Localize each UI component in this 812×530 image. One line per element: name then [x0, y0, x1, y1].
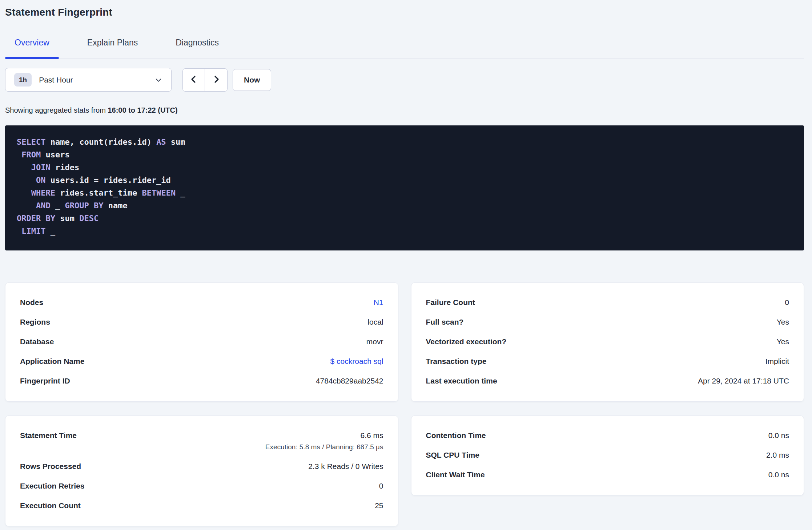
time-controls: 1h Past Hour Now [5, 68, 804, 92]
statement-fingerprint-page: Statement Fingerprint Overview Explain P… [0, 7, 812, 526]
row-label: Fingerprint ID [20, 377, 70, 385]
sql-keyword: JOIN [31, 163, 51, 172]
row-value-wrap: 25 [375, 501, 383, 510]
row-value-wrap: 4784cb829aab2542 [316, 377, 383, 385]
row-value: 6.6 ms [265, 431, 383, 440]
time-range-dropdown[interactable]: 1h Past Hour [5, 68, 172, 92]
row-label: Execution Count [20, 501, 81, 510]
tab-overview[interactable]: Overview [5, 38, 59, 58]
row-value-wrap: movr [366, 337, 383, 346]
row-label: Transaction type [426, 357, 487, 366]
row-label: Statement Time [20, 431, 77, 440]
nodes-link[interactable]: N1 [374, 298, 383, 307]
row-value: 0.0 ns [768, 431, 789, 440]
sql-keyword: AS [156, 137, 166, 146]
chevron-down-icon [154, 76, 162, 84]
tab-bar: Overview Explain Plans Diagnostics [5, 38, 804, 59]
previous-time-button[interactable] [183, 69, 205, 91]
sql-code-line: JOIN rides [17, 161, 792, 174]
overview-details-card: NodesN1RegionslocalDatabasemovrApplicati… [5, 282, 398, 402]
row-value-wrap: 0 [379, 482, 383, 490]
sql-keyword: BETWEEN [142, 188, 176, 197]
sql-statement-box: SELECT name, count(rides.id) AS sum FROM… [5, 125, 804, 250]
row-value-wrap: 0.0 ns [768, 431, 789, 440]
row-value-wrap: Yes [777, 337, 789, 346]
row-label: SQL CPU Time [426, 451, 479, 459]
row-value-wrap: local [367, 318, 383, 326]
summary-row: Failure Count0 [426, 298, 789, 307]
summary-row: SQL CPU Time2.0 ms [426, 451, 789, 459]
sql-code-line: FROM users [17, 148, 792, 161]
row-label: Application Name [20, 357, 84, 366]
time-range-label: Past Hour [39, 76, 73, 84]
sql-code-line: ON users.id = rides.rider_id [17, 174, 792, 186]
chevron-left-icon [189, 75, 198, 85]
sql-text: sum [166, 137, 185, 146]
sql-statement-text: SELECT name, count(rides.id) AS sum FROM… [17, 136, 792, 237]
row-value: Yes [777, 337, 789, 346]
row-label: Contention Time [426, 431, 486, 440]
row-value-wrap: Yes [777, 318, 789, 326]
sql-text [17, 150, 21, 159]
summary-row: Last execution timeApr 29, 2024 at 17:18… [426, 377, 789, 385]
aggregated-stats-range: 16:00 to 17:22 (UTC) [108, 106, 177, 114]
sql-text: users.id = rides.rider_id [45, 176, 170, 185]
aggregated-stats-prefix: Showing aggregated stats from [5, 106, 108, 114]
summary-row: Regionslocal [20, 318, 383, 326]
row-label: Execution Retries [20, 482, 84, 490]
summary-row: Client Wait Time0.0 ns [426, 470, 789, 479]
summary-row: Full scan?Yes [426, 318, 789, 326]
sql-text: rides [51, 163, 79, 172]
sql-text: sum [55, 214, 79, 223]
row-label: Regions [20, 318, 50, 326]
row-value: 0.0 ns [768, 470, 789, 479]
sql-text [17, 163, 31, 172]
sql-keyword: DESC [79, 214, 99, 223]
sql-text: name, count(rides.id) [45, 137, 156, 146]
execution-attributes-card: Failure Count0Full scan?YesVectorized ex… [411, 282, 804, 402]
row-sub-value: Execution: 5.8 ms / Planning: 687.5 µs [265, 443, 383, 451]
row-label: Failure Count [426, 298, 475, 307]
sql-keyword: AND [36, 201, 51, 210]
sql-text [17, 226, 21, 236]
row-value-wrap: Apr 29, 2024 at 17:18 UTC [698, 377, 789, 385]
summary-row: NodesN1 [20, 298, 383, 307]
sql-text: _ [45, 226, 55, 236]
sql-code-line: AND _ GROUP BY name [17, 199, 792, 212]
sql-text [17, 201, 36, 210]
summary-row: Execution Count25 [20, 501, 383, 510]
summary-row: Application Name$ cockroach sql [20, 357, 383, 366]
sql-keyword: SELECT [17, 137, 45, 146]
sql-keyword: ORDER BY [17, 214, 55, 223]
time-interval-badge: 1h [14, 73, 32, 87]
sql-keyword: GROUP BY [65, 201, 103, 210]
summary-row: Statement Time6.6 msExecution: 5.8 ms / … [20, 431, 383, 451]
row-label: Nodes [20, 298, 43, 307]
row-value-wrap: $ cockroach sql [330, 357, 383, 366]
sql-text: _ [51, 201, 65, 210]
summary-row: Databasemovr [20, 337, 383, 346]
row-label: Last execution time [426, 377, 497, 385]
sql-keyword: LIMIT [21, 226, 45, 236]
row-value: 0 [379, 482, 383, 490]
summary-row: Vectorized execution?Yes [426, 337, 789, 346]
tab-explain-plans-label: Explain Plans [87, 38, 138, 47]
summary-row: Transaction typeImplicit [426, 357, 789, 366]
tab-explain-plans[interactable]: Explain Plans [78, 38, 147, 58]
sql-code-line: ORDER BY sum DESC [17, 212, 792, 225]
row-label: Full scan? [426, 318, 464, 326]
aggregated-stats-text: Showing aggregated stats from 16:00 to 1… [5, 106, 804, 115]
next-time-button[interactable] [205, 69, 227, 91]
row-label: Vectorized execution? [426, 337, 507, 346]
now-button[interactable]: Now [233, 69, 271, 91]
row-value-wrap: 2.3 k Reads / 0 Writes [308, 462, 383, 471]
row-value: Apr 29, 2024 at 17:18 UTC [698, 377, 789, 385]
row-label: Client Wait Time [426, 470, 485, 479]
sql-text [17, 188, 31, 197]
application-name-link[interactable]: $ cockroach sql [330, 357, 383, 366]
sql-text: rides.start_time [55, 188, 142, 197]
page-title: Statement Fingerprint [5, 7, 804, 18]
tab-diagnostics[interactable]: Diagnostics [166, 38, 228, 58]
row-value-wrap: 0.0 ns [768, 470, 789, 479]
row-value-wrap: 0 [785, 298, 789, 307]
